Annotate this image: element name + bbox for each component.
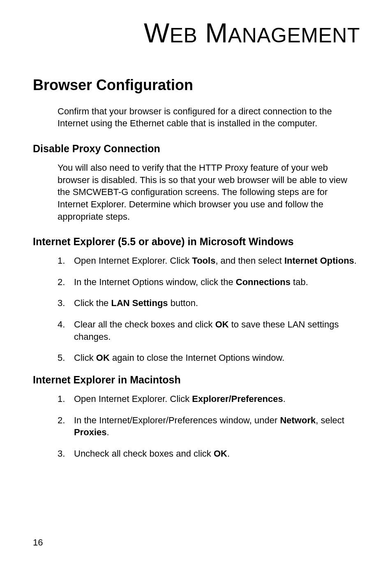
bold-internet-options: Internet Options	[284, 255, 354, 266]
step-text: Open Internet Explorer. Click	[74, 394, 192, 404]
chapter-title-w: W	[144, 18, 170, 48]
bold-tools: Tools	[192, 255, 215, 266]
subheading-ie-windows: Internet Explorer (5.5 or above) in Micr…	[33, 235, 359, 249]
bold-network: Network	[280, 415, 316, 425]
subheading-disable-proxy: Disable Proxy Connection	[33, 142, 359, 156]
step-text: tab.	[291, 277, 308, 287]
step-text: In the Internet Options window, click th…	[74, 277, 236, 287]
bold-ok: OK	[96, 353, 110, 363]
step-text: Click the	[74, 298, 111, 308]
list-item: In the Internet Options window, click th…	[58, 276, 359, 288]
bold-explorer-prefs: Explorer/Preferences	[192, 394, 283, 404]
bold-ok: OK	[214, 448, 227, 459]
chapter-title-m: M	[197, 18, 228, 48]
bold-ok: OK	[215, 319, 229, 330]
step-text: again to close the Internet Options wind…	[110, 353, 285, 363]
list-item: Uncheck all check boxes and click OK.	[58, 448, 359, 460]
page-number: 16	[33, 536, 43, 549]
step-text: Click	[74, 353, 96, 363]
section-heading-browser-config: Browser Configuration	[33, 75, 359, 95]
bold-proxies: Proxies	[74, 427, 107, 437]
list-item: In the Internet/Explorer/Preferences win…	[58, 414, 359, 439]
step-text: .	[283, 394, 286, 404]
chapter-title-anagement: ANAGEMENT	[228, 24, 360, 47]
step-text: Open Internet Explorer. Click	[74, 255, 192, 266]
list-item: Clear all the check boxes and click OK t…	[58, 318, 359, 343]
list-item: Open Internet Explorer. Click Tools, and…	[58, 255, 359, 267]
step-text: .	[354, 255, 357, 266]
step-text: , and then select	[215, 255, 284, 266]
subheading-ie-macintosh: Internet Explorer in Macintosh	[33, 373, 359, 387]
step-text: Clear all the check boxes and click	[74, 319, 215, 330]
ie-macintosh-steps: Open Internet Explorer. Click Explorer/P…	[58, 393, 359, 460]
chapter-title: WEB MANAGEMENT	[33, 15, 360, 51]
step-text: Uncheck all check boxes and click	[74, 448, 214, 459]
list-item: Click OK again to close the Internet Opt…	[58, 352, 359, 364]
intro-paragraph: Confirm that your browser is configured …	[58, 105, 359, 130]
chapter-title-eb: EB	[170, 24, 198, 47]
bold-lan-settings: LAN Settings	[111, 298, 168, 308]
list-item: Click the LAN Settings button.	[58, 297, 359, 309]
step-text: button.	[168, 298, 198, 308]
step-text: .	[227, 448, 230, 459]
step-text: , select	[316, 415, 344, 425]
step-text: .	[107, 427, 109, 437]
ie-windows-steps: Open Internet Explorer. Click Tools, and…	[58, 255, 359, 364]
list-item: Open Internet Explorer. Click Explorer/P…	[58, 393, 359, 405]
bold-connections: Connections	[236, 277, 291, 287]
step-text: In the Internet/Explorer/Preferences win…	[74, 415, 280, 425]
disable-proxy-paragraph: You will also need to verify that the HT…	[58, 162, 359, 223]
